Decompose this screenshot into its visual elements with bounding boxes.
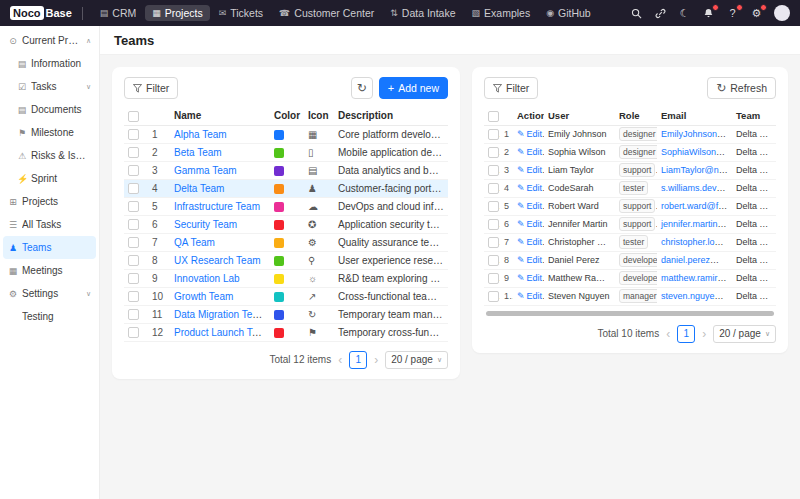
sidebar-item[interactable]: ☰ All Tasks (3, 213, 96, 236)
filter-button[interactable]: Filter (124, 77, 178, 99)
help-icon[interactable]: ? (726, 7, 739, 20)
row-checkbox[interactable] (488, 255, 499, 266)
menu-item[interactable]: ▦ Projects (145, 5, 209, 21)
prev-page-button[interactable]: ‹ (338, 354, 342, 366)
row-checkbox[interactable] (488, 219, 499, 230)
select-all-checkbox[interactable] (488, 111, 499, 122)
row-checkbox[interactable] (488, 237, 499, 248)
add-new-button[interactable]: + Add new (379, 77, 448, 99)
table-row[interactable]: 4 ✎Edit CodeSarah tester s.williams.dev@… (484, 179, 776, 197)
next-page-button[interactable]: › (702, 328, 706, 340)
row-checkbox[interactable] (128, 183, 139, 194)
sidebar-item[interactable]: ⚑ Milestone (3, 121, 96, 144)
email-link[interactable]: EmilyJohnson@nocobase.com (661, 129, 732, 139)
email-link[interactable]: daniel.perez@company.com (661, 255, 732, 265)
edit-link[interactable]: ✎Edit (517, 147, 542, 157)
team-name-link[interactable]: Infrastructure Team (174, 201, 260, 212)
sidebar-item[interactable]: ⊙ Current Project ∧ (3, 29, 96, 52)
row-checkbox[interactable] (128, 201, 139, 212)
row-checkbox[interactable] (488, 201, 499, 212)
row-checkbox[interactable] (128, 255, 139, 266)
table-row[interactable]: 7 QA Team ⚙ Quality assurance team ensur… (124, 233, 448, 251)
team-name-link[interactable]: QA Team (174, 237, 215, 248)
nocobase-logo[interactable]: Noco Base (10, 6, 72, 20)
edit-link[interactable]: ✎Edit (517, 237, 542, 247)
table-row[interactable]: 1 ✎Edit Emily Johnson designer EmilyJohn… (484, 125, 776, 143)
team-name-link[interactable]: Gamma Team (174, 165, 237, 176)
page-button[interactable]: 1 (677, 325, 695, 343)
menu-item[interactable]: ✉ Tickets (212, 5, 270, 21)
table-row[interactable]: 7 ✎Edit Christopher Lopez tester christo… (484, 233, 776, 251)
edit-link[interactable]: ✎Edit (517, 291, 542, 301)
edit-link[interactable]: ✎Edit (517, 183, 542, 193)
sidebar-item[interactable]: ⊞ Projects (3, 190, 96, 213)
refresh-button[interactable]: ↻ (351, 77, 373, 99)
team-name-link[interactable]: Product Launch Team (174, 327, 270, 338)
table-row[interactable]: 4 Delta Team ♟ Customer-facing portal de… (124, 179, 448, 197)
table-row[interactable]: 11 Data Migration Team ↻ Temporary team … (124, 305, 448, 323)
row-checkbox[interactable] (488, 165, 499, 176)
table-row[interactable]: 12 Product Launch Team ⚑ Temporary cross… (124, 323, 448, 341)
team-name-link[interactable]: Beta Team (174, 147, 222, 158)
table-row[interactable]: 10 Growth Team ↗ Cross-functional team f… (124, 287, 448, 305)
email-link[interactable]: jennifer.martin@company.com (661, 219, 732, 229)
row-checkbox[interactable] (128, 291, 139, 302)
menu-item[interactable]: ▤ CRM (93, 5, 143, 21)
next-page-button[interactable]: › (374, 354, 378, 366)
filter-button[interactable]: Filter (484, 77, 538, 99)
table-row[interactable]: 2 ✎Edit Sophia Wilson designer SophiaWil… (484, 143, 776, 161)
table-row[interactable]: 6 Security Team ✪ Application security t… (124, 215, 448, 233)
email-link[interactable]: matthew.ramirez@company.com (661, 273, 732, 283)
edit-link[interactable]: ✎Edit (517, 165, 542, 175)
row-checkbox[interactable] (488, 147, 499, 158)
row-checkbox[interactable] (488, 129, 499, 140)
bell-icon[interactable] (702, 7, 715, 20)
team-name-link[interactable]: Security Team (174, 219, 237, 230)
row-checkbox[interactable] (128, 165, 139, 176)
team-name-link[interactable]: UX Research Team (174, 255, 261, 266)
team-name-link[interactable]: Alpha Team (174, 129, 227, 140)
email-link[interactable]: robert.ward@finovest.com (661, 201, 732, 211)
sidebar-item[interactable]: ⚙ Settings ∨ (3, 282, 96, 305)
page-button[interactable]: 1 (349, 351, 367, 369)
email-link[interactable]: LiamTaylor@nocobase.com (661, 165, 732, 175)
table-row[interactable]: 3 Gamma Team ▤ Data analytics and busine… (124, 161, 448, 179)
edit-link[interactable]: ✎Edit (517, 219, 542, 229)
table-row[interactable]: 1 Alpha Team ▦ Core platform development… (124, 125, 448, 143)
email-link[interactable]: christopher.lopez@company.com (661, 237, 732, 247)
table-row[interactable]: 8 ✎Edit Daniel Perez developer daniel.pe… (484, 251, 776, 269)
row-checkbox[interactable] (488, 183, 499, 194)
table-row[interactable]: 5 Infrastructure Team ☁ DevOps and cloud… (124, 197, 448, 215)
sidebar-item[interactable]: ▤ Documents (3, 98, 96, 121)
link-icon[interactable] (654, 7, 667, 20)
table-row[interactable]: 9 ✎Edit Matthew Ramirez developer matthe… (484, 269, 776, 287)
page-size-select[interactable]: 20 / page ∨ (713, 325, 776, 343)
moon-icon[interactable]: ☾ (678, 7, 691, 20)
sidebar-item[interactable]: ▦ Meetings (3, 259, 96, 282)
row-checkbox[interactable] (488, 291, 499, 302)
refresh-button[interactable]: ↻ Refresh (707, 77, 776, 99)
table-row[interactable]: 2 Beta Team ▯ Mobile application develop… (124, 143, 448, 161)
menu-item[interactable]: ◉ GitHub (539, 5, 598, 21)
select-all-checkbox[interactable] (128, 111, 139, 122)
row-checkbox[interactable] (128, 219, 139, 230)
table-row[interactable]: 6 ✎Edit Jennifer Martin support jennifer… (484, 215, 776, 233)
menu-item[interactable]: ▧ Examples (465, 5, 538, 21)
sidebar-item[interactable]: ⚡ Sprint (3, 167, 96, 190)
sidebar-item[interactable]: ⚠ Risks & Issues (3, 144, 96, 167)
horizontal-scrollbar[interactable] (486, 311, 774, 316)
table-row[interactable]: 10 ✎Edit Steven Nguyen manager steven.ng… (484, 287, 776, 305)
table-row[interactable]: 5 ✎Edit Robert Ward support robert.ward@… (484, 197, 776, 215)
team-name-link[interactable]: Data Migration Team (174, 309, 266, 320)
sidebar-item[interactable]: ☑ Tasks ∨ (3, 75, 96, 98)
row-checkbox[interactable] (128, 273, 139, 284)
menu-item[interactable]: ☎ Customer Center (272, 5, 381, 21)
edit-link[interactable]: ✎Edit (517, 255, 542, 265)
menu-item[interactable]: ⇅ Data Intake (383, 5, 462, 21)
email-link[interactable]: SophiaWilson@nocobase.com (661, 147, 732, 157)
row-checkbox[interactable] (128, 129, 139, 140)
sidebar-item[interactable]: Testing (3, 305, 96, 328)
prev-page-button[interactable]: ‹ (666, 328, 670, 340)
team-name-link[interactable]: Innovation Lab (174, 273, 240, 284)
avatar[interactable] (774, 5, 790, 21)
